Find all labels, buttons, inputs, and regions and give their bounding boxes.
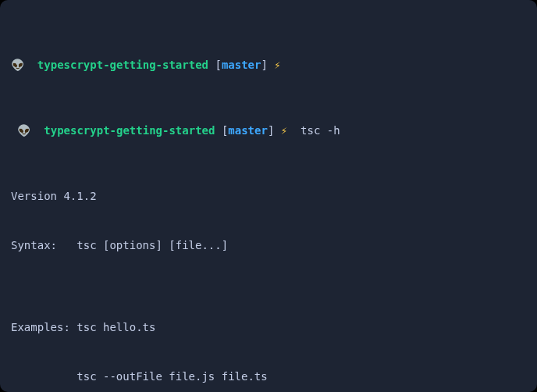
- branch-bracket-open: [: [215, 59, 221, 71]
- bolt-icon: ⚡: [281, 124, 287, 137]
- output-line: tsc --outFile file.js file.ts: [11, 369, 529, 385]
- git-branch: master: [222, 59, 261, 71]
- cwd: typescrypt-getting-started: [37, 59, 208, 71]
- command-input[interactable]: tsc -h: [301, 124, 340, 137]
- terminal-window[interactable]: 👽 typescrypt-getting-started [master] ⚡ …: [0, 0, 537, 392]
- prompt-line-2: 👽 typescrypt-getting-started [master] ⚡ …: [11, 123, 529, 139]
- output-line: Version 4.1.2: [11, 188, 529, 205]
- alien-icon: 👽: [17, 124, 30, 137]
- prompt-line-1: 👽 typescrypt-getting-started [master] ⚡: [11, 57, 529, 73]
- git-branch: master: [228, 124, 268, 137]
- branch-bracket-close: ]: [268, 124, 274, 137]
- bolt-icon: ⚡: [274, 59, 280, 71]
- output-line: Examples: tsc hello.ts: [11, 319, 529, 336]
- output-line: Syntax: tsc [options] [file...]: [11, 237, 529, 254]
- branch-bracket-close: ]: [261, 59, 267, 71]
- cwd: typescrypt-getting-started: [44, 124, 215, 137]
- alien-icon: 👽: [11, 59, 24, 71]
